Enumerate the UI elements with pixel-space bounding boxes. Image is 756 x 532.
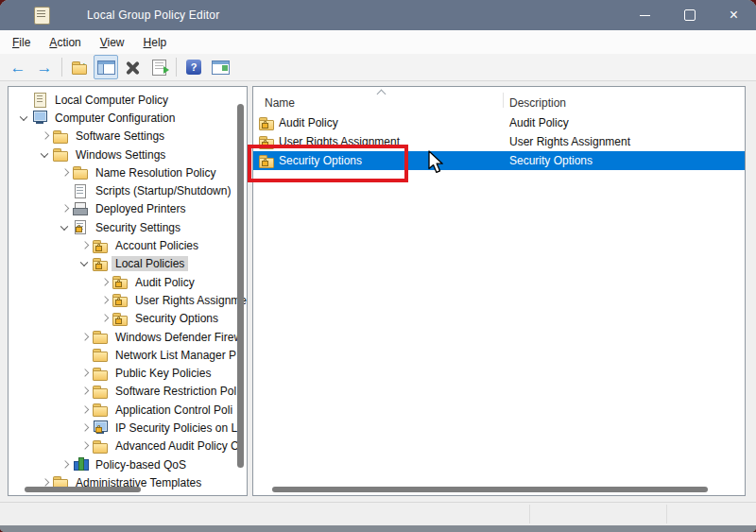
menu-action[interactable]: Action [40,32,90,53]
chevron-right-icon[interactable] [77,236,93,254]
tree-item-audit-policy[interactable]: Audit Policy [9,273,247,291]
show-console-tree-button[interactable] [94,55,118,79]
chevron-right-icon[interactable] [77,383,93,401]
chevron-right-icon[interactable] [96,273,112,291]
action-pane-icon [212,60,230,75]
delete-button[interactable] [120,55,145,79]
tree-item-user-rights-assignment[interactable]: User Rights Assignme [9,291,247,309]
help-button[interactable]: ? [181,55,206,79]
up-one-level-button[interactable]: ↑ [67,55,92,79]
sort-ascending-icon [377,90,387,99]
tree-item-security-options[interactable]: Security Options [9,310,247,328]
chevron-right-icon[interactable] [77,401,93,419]
policy-tree: Local Computer Policy Computer Configura… [9,87,247,495]
printer-icon [73,202,89,216]
tree-item-network-list-manager[interactable]: Network List Manager P [9,346,247,364]
minimize-button[interactable] [623,0,667,30]
tree-item-ip-security-policies[interactable]: IP Security Policies on Lo [9,419,247,437]
forward-arrow-icon: → [37,60,53,76]
console-content: Local Computer Policy Computer Configura… [0,81,756,502]
console-tree-icon [97,60,115,75]
chevron-down-icon[interactable] [77,255,93,273]
tree-horizontal-scrollbar[interactable] [25,487,141,492]
chevron-down-icon[interactable] [16,109,32,127]
menu-view[interactable]: View [91,32,134,53]
folder-icon [73,165,89,180]
script-icon [73,184,89,198]
column-divider[interactable] [503,93,504,108]
close-icon: × [730,8,738,23]
chevron-down-icon[interactable] [37,146,53,163]
list-horizontal-scrollbar[interactable] [272,487,708,492]
list-row-audit-policy[interactable]: Audit Policy Audit Policy [253,113,745,132]
console-tree-pane: Local Computer Policy Computer Configura… [8,86,248,496]
folder-lock-icon [112,275,129,289]
tree-vertical-scrollbar[interactable] [237,104,244,468]
tree-item-advanced-audit-policy[interactable]: Advanced Audit Policy C [9,438,247,455]
toolbar-separator [176,58,177,77]
titlebar: Local Group Policy Editor × [0,0,756,30]
security-settings-lock-icon [73,220,89,234]
tree-item-public-key-policies[interactable]: Public Key Policies [9,364,247,382]
column-header-description[interactable]: Description [509,96,566,110]
export-list-icon [152,60,166,76]
tree-item-account-policies[interactable]: Account Policies [9,236,247,254]
gpedit-app-icon [34,7,50,25]
chevron-right-icon[interactable] [37,128,53,146]
status-separator [666,505,667,523]
show-action-pane-button[interactable] [208,55,232,79]
qos-chart-icon [73,457,89,472]
maximize-button[interactable] [667,0,712,30]
chevron-right-icon[interactable] [57,455,73,473]
status-bar [0,502,756,525]
folder-icon [93,367,109,381]
tree-item-local-policies[interactable]: Local Policies [9,255,247,273]
selected-tree-label: Local Policies [112,256,188,271]
tree-item-local-computer-policy[interactable]: Local Computer Policy [9,91,247,109]
tree-item-windows-defender-firewall[interactable]: Windows Defender Firew [9,328,247,346]
folder-lock-icon [112,312,129,326]
folder-icon [53,129,69,144]
folder-icon [53,147,69,162]
chevron-right-icon[interactable] [96,310,112,328]
tree-item-deployed-printers[interactable]: Deployed Printers [9,200,247,218]
folder-lock-icon [259,116,275,130]
tree-item-windows-settings[interactable]: Windows Settings [9,146,247,163]
forward-button[interactable]: → [32,55,57,79]
chevron-right-icon[interactable] [57,163,73,181]
chevron-right-icon[interactable] [77,328,93,346]
back-button[interactable]: ← [6,55,30,79]
menu-bar: File Action View Help [0,30,756,54]
tree-item-software-settings[interactable]: Software Settings [9,128,247,146]
tree-item-security-settings[interactable]: Security Settings [9,218,247,236]
chevron-right-icon[interactable] [57,200,73,218]
close-button[interactable]: × [712,0,756,30]
chevron-right-icon[interactable] [77,419,93,437]
menu-help[interactable]: Help [134,32,177,53]
tree-item-software-restriction[interactable]: Software Restriction Pol [9,383,247,401]
tree-item-application-control[interactable]: Application Control Poli [9,401,247,419]
toolbar-separator [61,58,62,77]
menu-file[interactable]: File [3,32,40,53]
chevron-right-icon[interactable] [96,291,112,309]
export-list-button[interactable] [146,55,171,79]
tree-item-name-resolution-policy[interactable]: Name Resolution Policy [9,163,247,181]
folder-icon [93,439,109,454]
chevron-down-icon[interactable] [57,218,73,236]
tree-item-policy-based-qos[interactable]: Policy-based QoS [9,455,247,473]
window-bottom-border [0,525,756,532]
back-arrow-icon: ← [10,60,26,76]
folder-lock-icon [93,239,109,253]
status-separator [529,505,530,523]
tree-item-computer-configuration[interactable]: Computer Configuration [9,109,247,127]
delete-x-icon [125,60,141,76]
chevron-right-icon[interactable] [77,364,93,382]
up-one-level-icon: ↑ [72,60,88,75]
chevron-right-icon[interactable] [77,438,93,455]
ipsec-computer-lock-icon [93,420,109,435]
folder-icon [93,385,109,399]
column-header-name[interactable]: Name [265,96,295,110]
folder-icon [93,403,109,417]
tree-item-scripts[interactable]: Scripts (Startup/Shutdown) [9,181,247,199]
toolbar: ← → ↑ ? [0,54,756,81]
